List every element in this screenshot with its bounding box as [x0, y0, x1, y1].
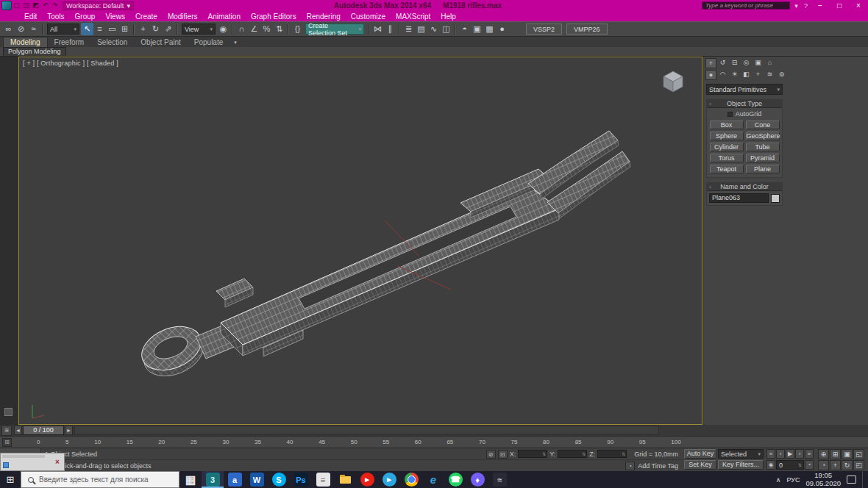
curve-editor-icon[interactable]: ∿: [427, 23, 440, 35]
taskbar-app-task-view[interactable]: ▦: [179, 471, 202, 488]
viewport[interactable]: [ + ] [ Orthographic ] [ Shaded ]: [18, 57, 702, 425]
redo-icon[interactable]: ↷: [50, 1, 60, 10]
field-of-view-icon[interactable]: ◔: [818, 460, 829, 470]
viewport-label[interactable]: [ + ] [ Orthographic ] [ Shaded ]: [23, 60, 118, 67]
tab-selection[interactable]: Selection: [90, 37, 134, 47]
previous-frame-icon[interactable]: ‹: [776, 449, 785, 459]
helpers-category-icon[interactable]: +: [753, 70, 764, 80]
maximize-button[interactable]: □: [830, 0, 849, 11]
box-button[interactable]: Box: [710, 121, 744, 129]
menu-maxscript[interactable]: MAXScript: [391, 12, 435, 21]
display-tab-icon[interactable]: ▣: [753, 58, 764, 68]
search-go-icon[interactable]: ▾: [791, 2, 801, 10]
taskbar-app-3ds-max[interactable]: 3: [202, 471, 224, 488]
menu-views[interactable]: Views: [100, 12, 130, 21]
zoom-extents-icon[interactable]: ▣: [842, 449, 853, 459]
track-bar[interactable]: ⊞ 0 5 10 15 20 25 30 35 40 45 50 55 60 6…: [0, 437, 868, 448]
key-mode-toggle-icon[interactable]: ◈: [766, 460, 775, 470]
name-color-rollout-header[interactable]: - Name and Color: [707, 183, 782, 191]
vmpp26-button[interactable]: VMPP26: [566, 24, 608, 35]
selection-filter-dropdown[interactable]: All ▾: [47, 24, 79, 35]
create-tab-icon[interactable]: +: [705, 58, 716, 68]
time-tag-icon[interactable]: ◔: [625, 462, 635, 470]
select-by-name-icon[interactable]: ≡: [93, 23, 106, 35]
x-coordinate-field[interactable]: ⇅: [518, 450, 547, 458]
percent-snap-icon[interactable]: %: [260, 23, 273, 35]
vssp2-button[interactable]: VSSP2: [526, 24, 562, 35]
menu-edit[interactable]: Edit: [19, 12, 42, 21]
lights-category-icon[interactable]: ☀: [729, 70, 740, 80]
bind-to-space-warp-icon[interactable]: ≈: [27, 23, 40, 35]
sphere-button[interactable]: Sphere: [710, 132, 744, 140]
ribbon-options-icon[interactable]: ▾: [230, 40, 241, 47]
next-frame-arrow[interactable]: ►: [65, 426, 73, 435]
select-and-rotate-icon[interactable]: ↻: [149, 23, 162, 35]
spinner-snap-icon[interactable]: ⇅: [273, 23, 285, 35]
taskbar-app-photoshop[interactable]: Ps: [290, 471, 312, 488]
current-frame-field[interactable]: 0 ⇅: [776, 460, 804, 470]
render-setup-icon[interactable]: ▣: [471, 23, 483, 35]
z-coordinate-field[interactable]: ⇅: [597, 450, 627, 458]
menu-rendering[interactable]: Rendering: [302, 12, 346, 21]
time-slider-track[interactable]: [74, 426, 659, 435]
schematic-view-icon[interactable]: ◫: [440, 23, 452, 35]
shapes-category-icon[interactable]: ◠: [717, 70, 728, 80]
cone-button[interactable]: Cone: [746, 121, 780, 129]
snaps-toggle-icon[interactable]: ∩: [235, 23, 248, 35]
tab-modeling[interactable]: Modeling: [3, 37, 48, 47]
taskbar-app-youtube[interactable]: ▸: [356, 471, 378, 488]
layer-manager-icon[interactable]: ≣: [402, 23, 415, 35]
menu-animation[interactable]: Animation: [202, 12, 245, 21]
angle-snap-icon[interactable]: ∠: [248, 23, 260, 35]
go-to-start-icon[interactable]: «: [766, 449, 775, 459]
modify-tab-icon[interactable]: ↺: [717, 58, 728, 68]
rendered-frame-icon[interactable]: ▦: [483, 23, 496, 35]
edit-named-sets-icon[interactable]: {}: [291, 23, 304, 35]
select-and-scale-icon[interactable]: ⇗: [162, 23, 174, 35]
menu-create[interactable]: Create: [130, 12, 163, 21]
next-frame-icon[interactable]: ›: [795, 449, 804, 459]
reference-coordinate-dropdown[interactable]: View ▾: [182, 24, 216, 35]
workspace-dropdown[interactable]: Workspace: Default ▾: [63, 1, 134, 10]
tab-populate[interactable]: Populate: [188, 37, 230, 47]
viewcube[interactable]: [661, 69, 686, 94]
use-pivot-center-icon[interactable]: ◉: [217, 23, 230, 35]
pyramid-button[interactable]: Pyramid: [746, 154, 780, 162]
cameras-category-icon[interactable]: ◧: [741, 70, 752, 80]
maximize-viewport-icon[interactable]: ◰: [853, 460, 864, 470]
auto-key-button[interactable]: Auto Key: [684, 449, 716, 459]
hidden-icons-chevron[interactable]: ∧: [776, 476, 781, 484]
set-key-button[interactable]: Set Key: [684, 460, 716, 470]
object-type-rollout-header[interactable]: - Object Type: [707, 100, 782, 108]
autogrid-checkbox[interactable]: [728, 112, 733, 117]
key-filters-button[interactable]: Key Filters...: [718, 460, 764, 470]
spinner-icon[interactable]: ⇅: [798, 462, 802, 467]
spinner-icon[interactable]: ⇅: [582, 451, 586, 456]
tab-freeform[interactable]: Freeform: [48, 37, 91, 47]
taskbar-app-word[interactable]: W: [246, 471, 268, 488]
undo-icon[interactable]: ↶: [40, 1, 50, 10]
object-color-swatch[interactable]: [771, 194, 780, 203]
menu-tools[interactable]: Tools: [42, 12, 69, 21]
play-icon[interactable]: ▶: [786, 449, 794, 459]
action-center-icon[interactable]: [847, 476, 856, 484]
menu-customize[interactable]: Customize: [346, 12, 391, 21]
language-indicator[interactable]: РУС: [786, 476, 800, 484]
ribbon-toggle-icon[interactable]: ▤: [415, 23, 427, 35]
spinner-icon[interactable]: ⇅: [542, 451, 546, 456]
plane-button[interactable]: Plane: [746, 165, 780, 173]
named-selection-set-dropdown[interactable]: Create Selection Set ▾: [305, 24, 364, 35]
rectangular-selection-icon[interactable]: ▭: [106, 23, 118, 35]
tube-button[interactable]: Tube: [746, 143, 780, 151]
systems-category-icon[interactable]: ⊚: [776, 70, 787, 80]
spinner-icon[interactable]: ⇅: [622, 451, 625, 456]
hierarchy-tab-icon[interactable]: ⊟: [729, 58, 740, 68]
utilities-tab-icon[interactable]: ⌂: [764, 58, 775, 68]
taskbar-app-chrome[interactable]: [400, 471, 422, 488]
menu-graph-editors[interactable]: Graph Editors: [246, 12, 302, 21]
taskbar-app-whatsapp[interactable]: ☎: [444, 471, 466, 488]
align-icon[interactable]: ∥: [384, 23, 396, 35]
3dsmax-logo-icon[interactable]: [1, 1, 12, 10]
menu-help[interactable]: Help: [435, 12, 461, 21]
absolute-mode-icon[interactable]: ⊡: [498, 450, 508, 459]
